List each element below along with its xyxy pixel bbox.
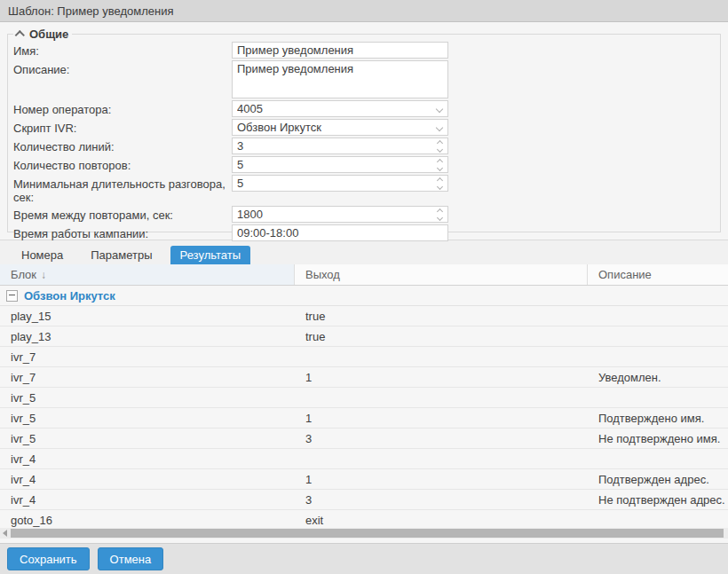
ivr-script-input[interactable] (232, 119, 448, 136)
group-row-label: Обзвон Иркутск (24, 289, 115, 303)
lines-count-spin-buttons[interactable] (431, 138, 447, 153)
chevron-down-icon (435, 123, 442, 130)
name-field (232, 42, 448, 59)
table-row[interactable]: ivr_4 1 Подтвержден адрес. (0, 469, 728, 490)
lines-count-input[interactable] (232, 138, 448, 154)
table-row[interactable]: ivr_5 3 Не подтверждено имя. (0, 429, 728, 449)
cancel-button[interactable]: Отмена (98, 547, 164, 570)
table-row[interactable]: play_13 true (0, 326, 728, 347)
collapse-caret-icon[interactable] (15, 30, 25, 40)
repeat-interval-label: Время между повторами, сек: (13, 206, 232, 222)
cell-block: ivr_4 (0, 452, 295, 466)
tab-numbers-label: Номера (21, 248, 63, 262)
cell-exit: 1 (295, 371, 588, 384)
field-row-lines-count: Количество линий: (13, 138, 715, 154)
repeat-interval-spin-buttons[interactable] (431, 207, 447, 222)
tab-parameters[interactable]: Параметры (81, 246, 162, 264)
column-header-block[interactable]: Блок ↓ (0, 264, 295, 285)
table-row[interactable]: ivr_5 1 Подтверждено имя. (0, 408, 728, 429)
cell-block: ivr_4 (0, 493, 295, 507)
min-duration-input[interactable] (232, 175, 448, 192)
general-legend: Общие (13, 28, 72, 41)
results-tabpanel: Номера Параметры Результаты Блок ↓ Выход… (0, 240, 728, 539)
cell-description: Подтверждено имя. (588, 412, 728, 425)
campaign-hours-label: Время работы кампании: (13, 224, 232, 240)
tab-numbers[interactable]: Номера (12, 246, 73, 264)
repeat-count-spin-buttons[interactable] (431, 157, 447, 172)
field-row-operator-number: Номер оператора: (13, 100, 715, 117)
scrollbar-thumb[interactable] (11, 529, 724, 538)
description-textarea[interactable]: Пример уведомления (232, 60, 448, 98)
field-row-min-duration: Минимальная длительность разговора, сек: (13, 175, 715, 204)
scroll-left-icon[interactable] (3, 530, 7, 537)
ivr-script-combo (232, 119, 448, 136)
cell-block: ivr_5 (0, 391, 295, 405)
column-header-exit-label: Выход (305, 268, 340, 281)
lines-count-spinner (232, 138, 448, 154)
operator-number-combo (232, 100, 448, 117)
table-row[interactable]: ivr_4 3 Не подтвержден адрес. (0, 490, 728, 510)
repeat-count-label: Количество повторов: (13, 156, 232, 172)
group-row[interactable]: Обзвон Иркутск (0, 286, 728, 306)
grid-header: Блок ↓ Выход Описание (0, 264, 728, 286)
field-row-description: Описание: Пример уведомления (13, 60, 715, 98)
description-label: Описание: (13, 60, 232, 76)
tab-bar: Номера Параметры Результаты (0, 240, 728, 264)
operator-number-input[interactable] (232, 100, 448, 117)
window-titlebar: Шаблон: Пример уведомления (0, 0, 728, 22)
cell-description: Не подтверждено имя. (588, 432, 728, 445)
ivr-script-dropdown-trigger[interactable] (431, 120, 447, 135)
cell-block: play_13 (0, 330, 295, 343)
repeat-interval-spinner (232, 206, 448, 223)
cell-exit: 3 (295, 432, 588, 445)
table-row[interactable]: ivr_7 1 Уведомлен. (0, 367, 728, 388)
cell-block: goto_16 (0, 514, 295, 527)
table-row[interactable]: ivr_5 (0, 388, 728, 408)
footer-toolbar: Сохранить Отмена (0, 543, 728, 574)
cell-exit: true (295, 310, 588, 323)
repeat-interval-input[interactable] (232, 206, 448, 223)
cell-block: ivr_5 (0, 412, 295, 425)
template-window: Шаблон: Пример уведомления Общие Имя: Оп… (0, 0, 728, 574)
results-grid: Блок ↓ Выход Описание Обзвон Иркутск pla… (0, 264, 728, 539)
general-fieldset: Общие Имя: Описание: Пример уведомления … (7, 28, 721, 232)
group-collapse-icon[interactable] (6, 290, 18, 302)
operator-number-dropdown-trigger[interactable] (431, 101, 447, 116)
table-row[interactable]: ivr_4 (0, 449, 728, 469)
cell-block: ivr_4 (0, 473, 295, 486)
min-duration-spin-buttons[interactable] (431, 176, 447, 191)
field-row-ivr-script: Скрипт IVR: (13, 119, 715, 136)
spinner-down-icon (436, 183, 442, 189)
tab-results[interactable]: Результаты (170, 246, 250, 264)
field-row-repeat-interval: Время между повторами, сек: (13, 206, 715, 223)
cell-block: play_15 (0, 310, 295, 323)
cell-description: Уведомлен. (588, 371, 728, 384)
table-row[interactable]: ivr_7 (0, 347, 728, 367)
cell-block: ivr_7 (0, 371, 295, 384)
cell-exit: true (295, 330, 588, 343)
repeat-count-spinner (232, 156, 448, 173)
campaign-hours-input[interactable] (232, 224, 448, 241)
column-header-exit[interactable]: Выход (295, 264, 588, 285)
lines-count-label: Количество линий: (13, 138, 232, 153)
table-row[interactable]: play_15 true (0, 306, 728, 326)
campaign-hours-field (232, 224, 448, 241)
cell-block: ivr_7 (0, 350, 295, 364)
repeat-count-input[interactable] (232, 156, 448, 173)
horizontal-scrollbar[interactable] (0, 528, 728, 539)
save-button[interactable]: Сохранить (7, 547, 90, 570)
column-header-block-label: Блок (11, 268, 36, 281)
cell-exit: 3 (295, 493, 588, 507)
grid-body: Обзвон Иркутск play_15 true play_13 true… (0, 286, 728, 539)
window-title: Шаблон: Пример уведомления (8, 4, 173, 18)
cell-exit: 1 (295, 473, 588, 486)
spinner-down-icon (436, 145, 442, 152)
general-legend-label: Общие (29, 28, 68, 41)
spinner-down-icon (436, 164, 442, 170)
column-header-description-label: Описание (598, 268, 652, 281)
name-input[interactable] (232, 42, 448, 59)
sort-desc-icon: ↓ (41, 269, 46, 281)
min-duration-label: Минимальная длительность разговора, сек: (13, 175, 232, 204)
column-header-description[interactable]: Описание (588, 264, 728, 285)
cell-description: Подтвержден адрес. (588, 473, 728, 486)
